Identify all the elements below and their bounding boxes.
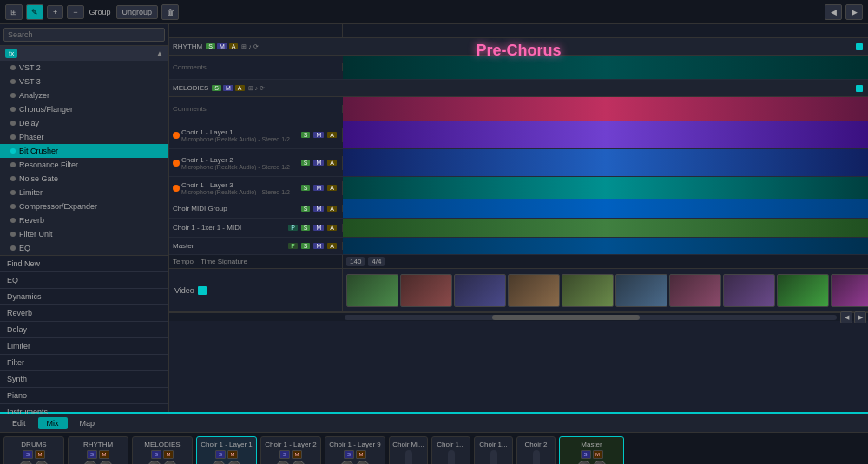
choir-mi-fader[interactable] [405,450,412,464]
fx-item-analyzer[interactable]: Analyzer [0,88,168,102]
cl3-s-badge[interactable]: S [301,185,311,191]
cmg-s-badge[interactable]: S [301,206,311,212]
tab-edit[interactable]: Edit [3,417,35,429]
choir1l1-knob-1[interactable] [212,461,226,464]
track-content-choir1-layer1[interactable] [343,121,868,148]
master-knob-1[interactable] [577,461,591,464]
cl2-m-badge[interactable]: M [313,160,324,166]
fx-item-noisegate[interactable]: Noise Gate [0,172,168,186]
c1x-p-badge[interactable]: P [288,225,298,231]
nav-item-dynamics[interactable]: Dynamics [0,289,168,305]
track-content-choir-midi-group[interactable] [343,199,868,218]
rhythm-m-btn[interactable]: M [99,450,109,459]
pencil-icon[interactable]: ✎ [26,4,43,20]
choir1l9-knob-2[interactable] [356,461,370,464]
h-scrollbar-thumb[interactable] [492,315,640,320]
choir1b-fader[interactable] [490,450,497,464]
nav-item-piano[interactable]: Piano [0,388,168,404]
track-content-rhythm[interactable] [343,56,868,79]
fx-item-vst2[interactable]: VST 2 [0,61,168,75]
cl1-s-badge[interactable]: S [301,132,311,138]
fx-item-compressor[interactable]: Compressor/Expander [0,199,168,213]
choir1l2-m-btn[interactable]: M [292,450,302,459]
choir1l2-knob-2[interactable] [292,461,306,464]
master-p-badge[interactable]: P [288,243,298,249]
scroll-nav-left[interactable]: ◀ [840,311,852,323]
c1x-a-badge[interactable]: A [327,225,337,231]
drums-m-btn[interactable]: M [35,450,45,459]
choir1l2-knob-1[interactable] [276,461,290,464]
fx-item-chorus[interactable]: Chorus/Flanger [0,102,168,116]
choir1l1-m-btn[interactable]: M [227,450,238,459]
cl3-m-badge[interactable]: M [313,185,324,191]
choir1l2-s-btn[interactable]: S [279,450,290,459]
choir1l9-s-btn[interactable]: S [344,450,354,459]
drums-knob-1[interactable] [19,461,33,464]
scroll-right-icon[interactable]: ▶ [845,4,863,20]
nav-item-eq[interactable]: EQ [0,272,168,289]
melodies-m-badge[interactable]: M [223,85,233,91]
nav-item-delay[interactable]: Delay [0,322,168,338]
fx-item-delay[interactable]: Delay [0,116,168,130]
scroll-left-icon[interactable]: ◀ [825,4,842,20]
master-s-btn[interactable]: S [581,450,591,459]
fx-item-filter[interactable]: Filter Unit [0,227,168,241]
h-scrollbar[interactable]: ◀ ▶ [169,312,868,321]
nav-item-reverb[interactable]: Reverb [0,305,168,322]
melodies-a-badge[interactable]: A [235,85,245,91]
master-m-badge[interactable]: M [313,243,324,249]
drums-knob-2[interactable] [35,461,49,464]
fx-item-resonance[interactable]: Resonance Filter [0,158,168,172]
master-a-badge[interactable]: A [327,243,337,249]
choir1l9-m-btn[interactable]: M [356,450,366,459]
track-content-master[interactable] [343,238,868,254]
rhythm-a-badge[interactable]: A [229,43,239,49]
choir1a-fader[interactable] [448,450,455,464]
melodies-s-badge[interactable]: S [212,85,221,91]
rhythm-knob-2[interactable] [99,461,113,464]
fx-item-reverb[interactable]: Reverb [0,213,168,227]
rhythm-s-badge[interactable]: S [206,43,215,49]
c1x-s-badge[interactable]: S [301,225,311,231]
fx-item-bitcrusher[interactable]: Bit Crusher [0,144,168,158]
choir1l1-knob-2[interactable] [227,461,241,464]
fx-item-phaser[interactable]: Phaser [0,130,168,144]
rhythm-s-btn[interactable]: S [87,450,97,459]
fx-header[interactable]: fx ▲ [0,46,168,61]
track-content-choir1-1xer1[interactable] [343,219,868,237]
melodies-m-btn[interactable]: M [163,450,174,459]
cl3-a-badge[interactable]: A [327,185,337,191]
melodies-s-btn[interactable]: S [151,450,161,459]
search-input[interactable] [3,28,165,42]
cl2-a-badge[interactable]: A [327,160,337,166]
choir1l9-knob-1[interactable] [340,461,354,464]
choir1l1-s-btn[interactable]: S [215,450,226,459]
cmg-a-badge[interactable]: A [327,206,337,212]
nav-item-findnew[interactable]: Find New [0,256,168,272]
track-content-choir1-layer2[interactable] [343,149,868,176]
track-content-choir1-layer3[interactable] [343,177,868,199]
nav-item-filter[interactable]: Filter [0,355,168,371]
rhythm-m-badge[interactable]: M [217,43,227,49]
scroll-nav-right[interactable]: ▶ [854,311,866,323]
nav-item-synth[interactable]: Synth [0,371,168,388]
tab-map[interactable]: Map [71,417,104,429]
master-s-badge[interactable]: S [301,243,311,249]
ungroup-button[interactable]: Ungroup [116,5,159,19]
fx-item-limiter[interactable]: Limiter [0,186,168,199]
master-m-btn[interactable]: M [593,450,603,459]
choir2-fader[interactable] [533,450,540,464]
cl2-s-badge[interactable]: S [301,160,311,166]
cmg-m-badge[interactable]: M [313,206,324,212]
remove-button[interactable]: − [67,5,83,19]
fx-item-eq[interactable]: EQ [0,241,168,255]
melodies-knob-1[interactable] [148,461,161,464]
melodies-knob-2[interactable] [163,461,177,464]
cl1-m-badge[interactable]: M [313,132,324,138]
c1x-m-badge[interactable]: M [313,225,324,231]
drums-s-btn[interactable]: S [23,450,33,459]
track-content-melodies[interactable] [343,97,868,121]
fx-item-vst3[interactable]: VST 3 [0,75,168,88]
grid-icon[interactable]: ⊞ [5,4,23,20]
nav-item-limiter[interactable]: Limiter [0,338,168,355]
